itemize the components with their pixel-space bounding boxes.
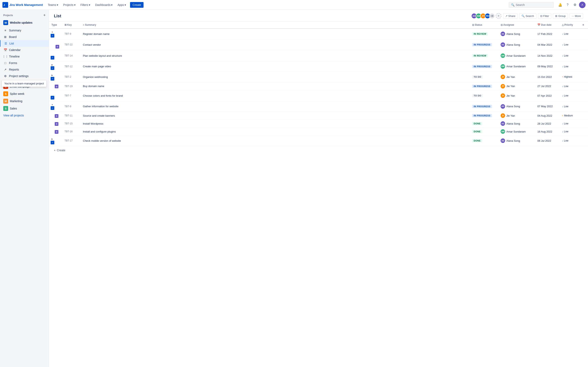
table-row[interactable]: ✓TBT-14Plan website layout and structure…	[49, 50, 588, 61]
cell-empty	[580, 72, 588, 82]
cell-summary[interactable]: Source and create banners	[80, 112, 470, 120]
nav-apps[interactable]: Apps ▾	[116, 2, 128, 7]
expand-icon[interactable]	[56, 41, 59, 44]
cell-summary[interactable]: Check mobile version of website	[80, 136, 470, 146]
sidebar-item-list[interactable]: ☰ List	[0, 40, 49, 47]
cell-status: TO DO	[470, 72, 498, 82]
expand-icon[interactable]	[51, 129, 54, 133]
assignee-name: Jie Yan	[506, 114, 515, 117]
expand-icon[interactable]	[51, 113, 54, 117]
notifications-button[interactable]: 🔔	[557, 2, 563, 8]
cell-summary[interactable]: Register domain name	[80, 29, 470, 39]
filter-button[interactable]: ⊟ Filter	[538, 13, 552, 19]
nav-dashboards[interactable]: Dashboards ▾	[94, 2, 114, 7]
share-button[interactable]: ↗ Share	[503, 13, 518, 19]
sidebar-project-website-updates[interactable]: W Website updates	[0, 19, 49, 26]
cell-due: 14 Nov 2022	[535, 50, 559, 61]
create-button[interactable]: Create	[130, 2, 144, 8]
table-row[interactable]: ▼✓TBT-9Gather information for websiteIN …	[49, 101, 588, 112]
cell-assignee: ASAlana Song	[498, 101, 535, 112]
cell-assignee: AMAmar Sundaram	[498, 50, 535, 61]
app-logo[interactable]: J Jira Work Management	[2, 2, 43, 8]
table-row[interactable]: ⊞TBT-15Install WordpressDONEASAlana Song…	[49, 120, 588, 128]
expand-icon[interactable]: ▶	[51, 137, 54, 141]
col-header-summary[interactable]: ≡ Summary	[80, 21, 470, 29]
global-search[interactable]: 🔍 Search	[509, 2, 554, 8]
expand-icon[interactable]	[51, 92, 54, 95]
expand-icon[interactable]	[51, 84, 54, 87]
expand-icon[interactable]: ▶	[51, 74, 54, 77]
view-all-projects[interactable]: View all projects	[0, 112, 49, 119]
nav-teams[interactable]: Teams ▾	[46, 2, 60, 7]
nav-projects[interactable]: Projects ▾	[61, 2, 77, 7]
expand-icon[interactable]: ▶	[51, 63, 54, 66]
add-project-button[interactable]: +	[43, 13, 45, 17]
col-header-assignee[interactable]: ◎ Assignee	[498, 21, 535, 29]
sidebar-item-project-settings[interactable]: ⚙ Project settings You're in a team-mana…	[0, 73, 49, 79]
sidebar-item-reports[interactable]: ↗ Reports	[0, 66, 49, 73]
priority-icon: =	[562, 114, 563, 117]
cell-summary[interactable]: Install and configure plugins	[80, 128, 470, 136]
sidebar: Projects + W Website updates ≡ Summary ⊞…	[0, 10, 49, 367]
col-header-status[interactable]: ◎ Status	[470, 21, 498, 29]
table-row[interactable]: ⊞TBT-22Contact vendorIN PROGRESSASAlana …	[49, 39, 588, 50]
assignee-name: Jie Yan	[506, 94, 515, 97]
cell-summary[interactable]: Create main page video	[80, 61, 470, 72]
add-column-icon[interactable]: +	[582, 23, 584, 26]
sidebar-project-marketing[interactable]: M Marketing	[0, 98, 49, 105]
plus-icon: +	[54, 149, 56, 152]
cell-summary[interactable]: Gather information for website	[80, 101, 470, 112]
sidebar-project-spike[interactable]: S Spike week	[0, 90, 49, 98]
help-button[interactable]: ?	[564, 2, 571, 8]
cell-summary[interactable]: Organize webhosting	[80, 72, 470, 82]
cell-summary[interactable]: Buy domain name	[80, 82, 470, 90]
col-header-due[interactable]: 📅 Due date	[535, 21, 559, 29]
table-row[interactable]: ▶✓TBT-12Create main page videoIN PROGRES…	[49, 61, 588, 72]
cell-summary[interactable]: Choose colors and fonts for brand	[80, 90, 470, 101]
group-button[interactable]: ⊞ Group	[553, 13, 568, 19]
sidebar-project-sales[interactable]: S Sales	[0, 105, 49, 112]
table-row[interactable]: ▶✓TBT-2Organize webhostingTO DOJYJie Yan…	[49, 72, 588, 82]
cell-priority: ↓Low	[559, 120, 580, 128]
share-icon: ↗	[505, 15, 508, 17]
extra-avatar-count[interactable]: +3	[489, 13, 495, 19]
table-row[interactable]: ✓TBT-7Choose colors and fonts for brandT…	[49, 90, 588, 101]
col-header-priority[interactable]: △ Priority	[559, 21, 580, 29]
status-badge: IN REVIEW	[472, 32, 488, 35]
cell-summary[interactable]: Install Wordpress	[80, 120, 470, 128]
cell-due: 27 Jul 2022	[535, 82, 559, 90]
add-collaborator-button[interactable]: +	[496, 13, 502, 19]
table-row[interactable]: ⊞TBT-19Buy domain nameIN PROGRESSJYJie Y…	[49, 82, 588, 90]
col-add-column[interactable]: +	[580, 21, 588, 29]
sidebar-item-board[interactable]: ⊞ Board	[0, 34, 49, 40]
cell-empty	[580, 50, 588, 61]
sidebar-item-calendar[interactable]: 📅 Calendar	[0, 47, 49, 53]
more-button[interactable]: ··· More	[570, 13, 583, 19]
expand-icon[interactable]	[51, 121, 54, 125]
table-header-row: Type ⊞ Key ≡ Summary ◎ Status	[49, 21, 588, 29]
table-row[interactable]: ▶✓TBT-17Check mobile version of websiteD…	[49, 136, 588, 146]
table-row[interactable]: ⊞TBT-16Install and configure pluginsDONE…	[49, 128, 588, 136]
cell-summary[interactable]: Contact vendor	[80, 39, 470, 50]
sidebar-item-timeline[interactable]: ⋮⋮ Timeline	[0, 53, 49, 60]
sidebar-item-forms[interactable]: □ Forms	[0, 60, 49, 66]
svg-text:J: J	[3, 4, 5, 7]
settings-button[interactable]: ⚙	[572, 2, 578, 8]
table-row[interactable]: ▼✓TBT-9Register domain nameIN REVIEWASAl…	[49, 29, 588, 39]
table-row[interactable]: ⊞TBT-11Source and create bannersIN PROGR…	[49, 112, 588, 120]
priority-icon: ↓	[562, 94, 563, 97]
cell-type: ▼✓	[49, 101, 62, 112]
expand-icon[interactable]	[51, 52, 54, 55]
nav-filters[interactable]: Filters ▾	[79, 2, 92, 7]
expand-icon[interactable]: ▼	[51, 103, 54, 106]
cell-type: ⊞	[49, 39, 62, 50]
sidebar-item-summary[interactable]: ≡ Summary	[0, 27, 49, 34]
cell-summary[interactable]: Plan website layout and structure	[80, 50, 470, 61]
board-icon: ⊞	[3, 35, 7, 39]
user-avatar[interactable]: A	[579, 2, 586, 8]
create-task-row[interactable]: + Create	[49, 146, 588, 154]
cell-due: 04 Mar 2022	[535, 39, 559, 50]
list-search-button[interactable]: 🔍 Search	[519, 13, 536, 19]
expand-icon[interactable]: ▼	[51, 31, 54, 34]
assignee-name: Alana Song	[506, 139, 520, 142]
